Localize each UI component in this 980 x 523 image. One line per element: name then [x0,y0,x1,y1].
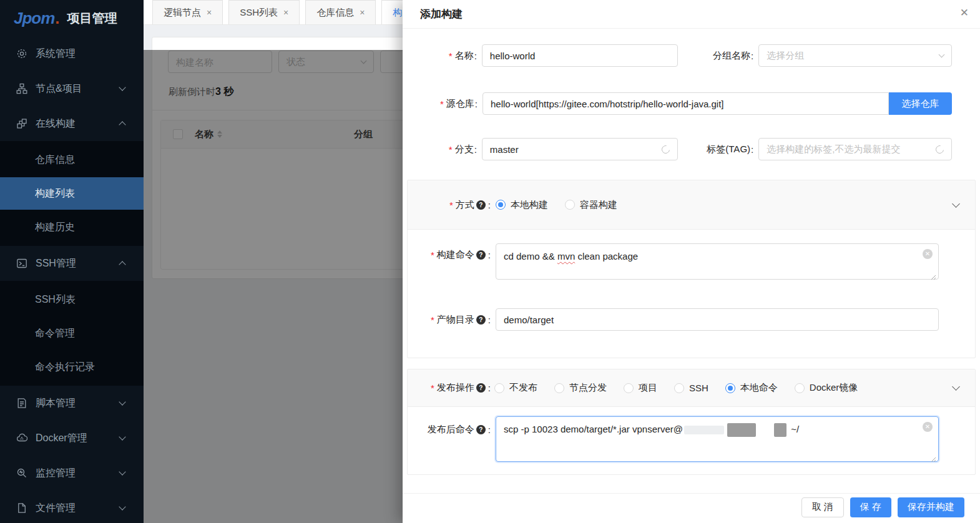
tab-logic-node[interactable]: 逻辑节点 × [152,0,223,24]
question-circle-icon[interactable]: ? [476,250,486,260]
save-button[interactable]: 保 存 [850,497,891,517]
brand-dot: . [55,9,59,28]
sidebar-item-nodes[interactable]: 节点&项目 [0,71,144,106]
chevron-down-icon [939,52,945,58]
sync-icon[interactable] [934,144,945,155]
radio-no-release[interactable]: 不发布 [494,382,537,394]
sidebar-item-label: 脚本管理 [36,397,76,410]
close-icon[interactable]: ✕ [960,7,969,18]
modal-footer: 取 消 保 存 保存并构建 [403,493,980,523]
sidebar-item-command-log[interactable]: 命令执行记录 [0,351,144,383]
radio-node-dispatch[interactable]: 节点分发 [554,382,607,394]
build-cmd-textarea[interactable]: cd demo && mvn clean package [496,243,939,280]
build-cmd-label: * 构建命令 ? : [408,249,491,261]
sidebar-item-label: 命令管理 [35,327,75,340]
name-input[interactable] [482,44,678,67]
resize-handle[interactable] [931,454,936,459]
tag-select[interactable]: 选择构建的标签,不选为最新提交 [758,138,952,160]
modal-title: 添加构建 [420,7,463,21]
chevron-up-icon [119,121,125,128]
name-label: * 名称 : [413,50,477,62]
tab-repo-info[interactable]: 仓库信息 × [305,0,376,24]
tab-label: SSH列表 [240,7,278,19]
sidebar-item-monitor[interactable]: 监控管理 [0,456,144,491]
sidebar-item-label: SSH列表 [35,293,76,306]
radio-icon [674,383,684,393]
form-row-repo: * 源仓库 : 选择仓库 [413,92,952,115]
tab-label: 构 [393,7,402,19]
mode-label: * 方式 ? : [408,199,491,211]
form-row-post-cmd: 发布后命令 ? : scp -p 10023 demo/target/*.jar… [408,416,939,462]
sidebar-item-files[interactable]: 文件管理 [0,491,144,523]
question-circle-icon[interactable]: ? [476,200,486,210]
sidebar-item-build-history[interactable]: 构建历史 [0,211,144,243]
chevron-up-icon [119,261,125,268]
clear-icon[interactable]: ✕ [923,422,933,432]
sidebar-item-repo-info[interactable]: 仓库信息 [0,144,144,176]
radio-label: 不发布 [509,382,537,394]
clear-icon[interactable]: ✕ [923,249,933,259]
form-row-build-cmd: * 构建命令 ? : cd demo && mvn clean package … [408,243,939,280]
save-and-build-button[interactable]: 保存并构建 [898,497,964,517]
close-icon[interactable]: × [207,7,212,17]
radio-local-build[interactable]: 本地构建 [496,199,548,211]
branch-label: * 分支 : [413,144,477,155]
branch-select-value: master [490,144,519,155]
sidebar-item-ssh[interactable]: SSH管理 [0,246,144,281]
radio-label: Docker镜像 [810,382,858,394]
tab-ssh-list[interactable]: SSH列表 × [228,0,300,24]
radio-ssh[interactable]: SSH [674,383,708,393]
sidebar-item-script[interactable]: 脚本管理 [0,386,144,421]
cancel-button[interactable]: 取 消 [801,497,844,517]
tab-label: 仓库信息 [316,7,354,19]
sidebar-item-online-build[interactable]: 在线构建 [0,106,144,141]
add-build-modal: 添加构建 ✕ * 名称 : 分组名称 : 选择分组 [403,0,980,523]
chevron-down-icon[interactable] [952,200,960,208]
repo-input[interactable] [483,92,889,115]
redaction-block [684,426,724,434]
build-mode-panel-header[interactable]: * 方式 ? : 本地构建 容器构建 [408,180,975,230]
sidebar-item-build-list[interactable]: 构建列表 [0,177,144,210]
modal-header: 添加构建 ✕ [403,0,980,29]
sidebar-item-docker[interactable]: Docker管理 [0,421,144,456]
radio-project[interactable]: 项目 [624,382,657,394]
post-cmd-label: 发布后命令 ? : [408,424,491,436]
cluster-icon [16,83,27,94]
modal-body: * 名称 : 分组名称 : 选择分组 * 源仓库 [403,29,980,493]
question-circle-icon[interactable]: ? [476,315,486,325]
sidebar-item-label: 在线构建 [36,117,76,130]
sync-icon[interactable] [660,144,671,155]
radio-local-command[interactable]: 本地命令 [725,382,778,394]
question-circle-icon[interactable]: ? [476,383,486,393]
radio-icon [494,383,504,393]
branch-select[interactable]: master [482,138,678,160]
group-select[interactable]: 选择分组 [758,44,952,67]
close-icon[interactable]: × [283,7,288,17]
radio-container-build[interactable]: 容器构建 [565,199,617,211]
close-icon[interactable]: × [360,7,365,17]
resize-handle[interactable] [931,271,936,277]
sidebar-item-system[interactable]: 系统管理 [0,36,144,71]
app-screen: Jpom . 项目管理 系统管理 节点&项目 在线构建 [0,0,980,523]
sidebar-item-ssh-list[interactable]: SSH列表 [0,283,144,316]
artifact-dir-input[interactable] [496,308,939,331]
select-repo-button[interactable]: 选择仓库 [889,92,952,115]
repo-label: * 源仓库 : [413,98,478,110]
app-logo[interactable]: Jpom . 项目管理 [0,0,144,36]
group-select-placeholder: 选择分组 [767,50,804,62]
chevron-down-icon[interactable] [952,383,960,391]
build-cmd-textarea-wrap: cd demo && mvn clean package ✕ [496,243,939,280]
release-panel-header[interactable]: * 发布操作 ? : 不发布 节点分发 [408,369,975,407]
post-cmd-textarea-wrap: scp -p 10023 demo/target/*.jar vpnserver… [496,416,939,462]
radio-label: 项目 [639,382,657,394]
sidebar-item-label: 仓库信息 [35,154,75,167]
radio-icon [795,383,805,393]
artifact-label: * 产物目录 ? : [408,314,491,326]
terminal-icon [16,258,27,269]
sidebar-item-label: 构建历史 [35,221,75,234]
radio-docker-image[interactable]: Docker镜像 [795,382,858,394]
post-cmd-textarea[interactable]: scp -p 10023 demo/target/*.jar vpnserver… [496,416,939,462]
chevron-down-icon [119,398,125,405]
sidebar-item-command-mgmt[interactable]: 命令管理 [0,317,144,349]
question-circle-icon[interactable]: ? [476,425,486,434]
